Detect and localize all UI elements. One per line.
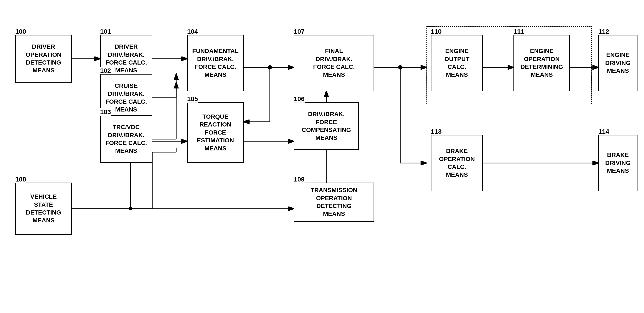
block-111: ENGINEOPERATIONDETERMININGMEANS bbox=[514, 35, 570, 91]
label-110: 110 bbox=[431, 28, 442, 35]
block-103: TRC/VDCDRIV./BRAK.FORCE CALC.MEANS bbox=[100, 115, 152, 163]
label-114: 114 bbox=[598, 128, 609, 135]
block-105: TORQUEREACTIONFORCEESTIMATIONMEANS bbox=[187, 102, 244, 163]
diagram-container: DRIVER OPERATION DETECTING MEANS 100 DRI… bbox=[0, 0, 644, 313]
label-100: 100 bbox=[15, 28, 26, 35]
label-106: 106 bbox=[294, 95, 304, 103]
svg-point-9 bbox=[268, 65, 272, 69]
block-114: BRAKEDRIVINGMEANS bbox=[598, 135, 638, 191]
block-113: BRAKEOPERATIONCALC.MEANS bbox=[431, 135, 483, 191]
label-107: 107 bbox=[294, 28, 304, 35]
block-107: FINALDRIV./BRAK.FORCE CALC.MEANS bbox=[294, 35, 374, 91]
block-106: DRIV./BRAK.FORCECOMPENSATINGMEANS bbox=[294, 102, 359, 150]
block-112: ENGINEDRIVINGMEANS bbox=[598, 35, 638, 91]
label-103: 103 bbox=[100, 108, 111, 116]
svg-point-31 bbox=[129, 207, 132, 210]
block-100: DRIVER OPERATION DETECTING MEANS bbox=[15, 35, 72, 83]
label-108: 108 bbox=[15, 176, 26, 183]
label-112: 112 bbox=[598, 28, 609, 35]
label-104: 104 bbox=[187, 28, 198, 35]
label-102: 102 bbox=[100, 67, 111, 74]
label-109: 109 bbox=[294, 176, 304, 183]
svg-point-15 bbox=[398, 65, 402, 69]
label-101: 101 bbox=[100, 28, 111, 35]
block-110: ENGINEOUTPUTCALC.MEANS bbox=[431, 35, 483, 91]
label-111: 111 bbox=[514, 28, 524, 35]
block-109: TRANSMISSIONOPERATIONDETECTINGMEANS bbox=[294, 183, 374, 222]
block-104: FUNDAMENTALDRIV./BRAK.FORCE CALC.MEANS bbox=[187, 35, 244, 91]
block-108: VEHICLESTATEDETECTINGMEANS bbox=[15, 183, 72, 235]
label-105: 105 bbox=[187, 95, 198, 103]
label-113: 113 bbox=[431, 128, 442, 135]
